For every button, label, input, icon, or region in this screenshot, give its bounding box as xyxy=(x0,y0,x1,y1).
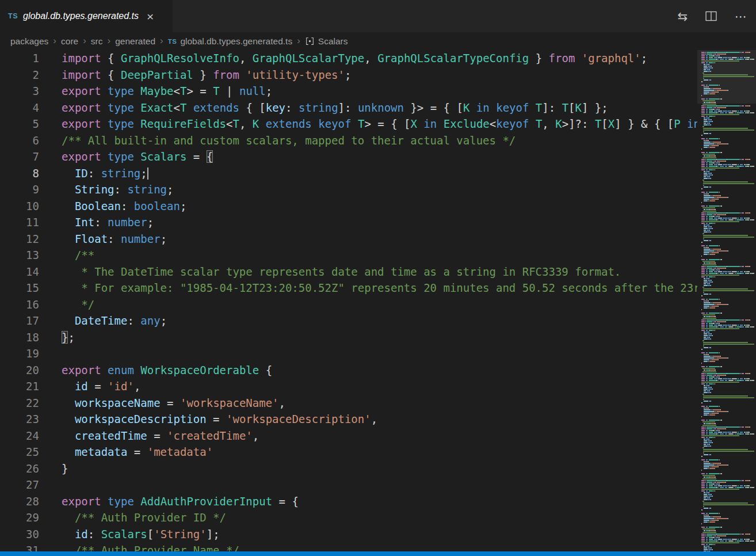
code-line-content: * For example: "1985-04-12T23:20:50.52Z"… xyxy=(39,280,707,296)
code-line-content: id = 'id', xyxy=(39,378,140,395)
code-line-content: String: string; xyxy=(39,181,174,198)
code-line-content: DateTime: any; xyxy=(39,313,167,329)
code-line[interactable]: 26} xyxy=(0,460,756,477)
code-line[interactable]: 9 String: string; xyxy=(0,181,756,198)
more-actions-icon[interactable]: ⋯ xyxy=(735,10,747,22)
code-line[interactable]: 17 DateTime: any; xyxy=(0,313,756,329)
line-number[interactable]: 3 xyxy=(0,83,39,100)
code-line[interactable]: 25 metadata = 'metadata' xyxy=(0,444,756,460)
code-line[interactable]: 27 xyxy=(0,477,756,493)
breadcrumb-separator: › xyxy=(108,35,111,47)
line-number[interactable]: 30 xyxy=(0,526,39,543)
code-line-content: Float: number; xyxy=(39,231,167,247)
code-line[interactable]: 19 xyxy=(0,345,756,362)
line-number[interactable]: 7 xyxy=(0,148,39,165)
code-line-content: metadata = 'metadata' xyxy=(39,444,213,460)
breadcrumb-item-src[interactable]: src xyxy=(91,36,103,47)
code-line[interactable]: 13 /** xyxy=(0,247,756,264)
line-number[interactable]: 24 xyxy=(0,428,39,444)
code-line[interactable]: 3export type Maybe<T> = T | null; xyxy=(0,83,756,100)
line-number[interactable]: 29 xyxy=(0,509,39,526)
code-line-content: workspaceDescription = 'workspaceDescrip… xyxy=(39,411,377,428)
line-number[interactable]: 13 xyxy=(0,247,39,264)
code-line-content: export type Scalars = { xyxy=(39,148,213,165)
line-number[interactable]: 9 xyxy=(0,181,39,198)
code-line[interactable]: 5export type RequireFields<T, K extends … xyxy=(0,116,756,132)
line-number[interactable]: 1 xyxy=(0,50,39,67)
code-line-content: ID: string; xyxy=(39,165,148,182)
code-line[interactable]: 6/** All built-in and custom scalars, ma… xyxy=(0,132,756,149)
breadcrumb-item-symbol[interactable]: Scalars xyxy=(305,36,348,47)
line-number[interactable]: 19 xyxy=(0,345,39,362)
code-line[interactable]: 21 id = 'id', xyxy=(0,378,756,395)
line-number[interactable]: 28 xyxy=(0,493,39,510)
code-line[interactable]: 18}; xyxy=(0,329,756,346)
code-line-content xyxy=(39,345,62,362)
line-number[interactable]: 14 xyxy=(0,264,39,280)
line-number[interactable]: 18 xyxy=(0,329,39,346)
code-line-content: } xyxy=(39,460,68,477)
line-number[interactable]: 12 xyxy=(0,231,39,247)
line-number[interactable]: 11 xyxy=(0,214,39,231)
code-line[interactable]: 4export type Exact<T extends { [key: str… xyxy=(0,100,756,116)
code-line-content: workspaceName = 'workspaceName', xyxy=(39,395,285,412)
code-line[interactable]: 12 Float: number; xyxy=(0,231,756,247)
code-line[interactable]: 15 * For example: "1985-04-12T23:20:50.5… xyxy=(0,280,756,296)
code-line[interactable]: 31 /** Auth Provider Name */ xyxy=(0,542,756,551)
code-line-content: Int: number; xyxy=(39,214,154,231)
breadcrumb-item-core[interactable]: core xyxy=(61,36,78,47)
line-number[interactable]: 21 xyxy=(0,378,39,395)
breadcrumb-item-file[interactable]: TS global.db.types.generated.ts xyxy=(168,36,292,47)
breadcrumb-item-generated[interactable]: generated xyxy=(115,36,155,47)
breadcrumb-file-label: global.db.types.generated.ts xyxy=(180,36,292,47)
code-line[interactable]: 20export enum WorkspaceOrderable { xyxy=(0,362,756,379)
symbol-type-icon xyxy=(305,36,315,46)
typescript-file-icon: TS xyxy=(8,12,18,20)
minimap[interactable] xyxy=(697,50,756,551)
tab-bar: TS global.db.types.generated.ts × ⇆ ⋯ xyxy=(0,0,756,32)
code-line[interactable]: 8 ID: string; xyxy=(0,165,756,182)
code-line[interactable]: 30 id: Scalars['String']; xyxy=(0,526,756,543)
code-line-content: import { DeepPartial } from 'utility-typ… xyxy=(39,67,351,83)
code-line[interactable]: 2import { DeepPartial } from 'utility-ty… xyxy=(0,67,756,83)
code-line-content xyxy=(39,477,62,493)
line-number[interactable]: 6 xyxy=(0,132,39,149)
code-line-content: /** Auth Provider ID */ xyxy=(39,509,226,526)
code-line[interactable]: 1import { GraphQLResolveInfo, GraphQLSca… xyxy=(0,50,756,67)
line-number[interactable]: 8 xyxy=(0,165,39,182)
split-editor-icon[interactable] xyxy=(705,10,717,22)
line-number[interactable]: 15 xyxy=(0,280,39,296)
line-number[interactable]: 25 xyxy=(0,444,39,460)
editor[interactable]: 1import { GraphQLResolveInfo, GraphQLSca… xyxy=(0,50,756,551)
open-changes-icon[interactable]: ⇆ xyxy=(677,10,688,22)
line-number[interactable]: 5 xyxy=(0,116,39,132)
code-line[interactable]: 29 /** Auth Provider ID */ xyxy=(0,509,756,526)
line-number[interactable]: 17 xyxy=(0,313,39,329)
code-line[interactable]: 22 workspaceName = 'workspaceName', xyxy=(0,395,756,412)
line-number[interactable]: 4 xyxy=(0,100,39,116)
line-number[interactable]: 2 xyxy=(0,67,39,83)
tab-close-icon[interactable]: × xyxy=(144,10,156,23)
tab-global-db-types[interactable]: TS global.db.types.generated.ts × xyxy=(0,0,173,32)
breadcrumb-separator: › xyxy=(160,35,163,47)
code-line[interactable]: 7export type Scalars = { xyxy=(0,148,756,165)
line-number[interactable]: 22 xyxy=(0,395,39,412)
code-line[interactable]: 23 workspaceDescription = 'workspaceDesc… xyxy=(0,411,756,428)
line-number[interactable]: 20 xyxy=(0,362,39,379)
code-line[interactable]: 11 Int: number; xyxy=(0,214,756,231)
code-area[interactable]: 1import { GraphQLResolveInfo, GraphQLSca… xyxy=(0,50,756,551)
editor-actions: ⇆ ⋯ xyxy=(677,0,747,32)
code-line[interactable]: 24 createdTime = 'createdTime', xyxy=(0,428,756,444)
code-line[interactable]: 28export type AddAuthProviderInput = { xyxy=(0,493,756,510)
breadcrumb-item-packages[interactable]: packages xyxy=(10,36,48,47)
line-number[interactable]: 10 xyxy=(0,198,39,215)
line-number[interactable]: 27 xyxy=(0,477,39,493)
line-number[interactable]: 26 xyxy=(0,460,39,477)
code-line[interactable]: 10 Boolean: boolean; xyxy=(0,198,756,215)
line-number[interactable]: 31 xyxy=(0,542,39,551)
breadcrumb: packages › core › src › generated › TS g… xyxy=(0,32,756,50)
line-number[interactable]: 16 xyxy=(0,296,39,313)
code-line[interactable]: 14 * The DateTime scalar type represents… xyxy=(0,264,756,280)
line-number[interactable]: 23 xyxy=(0,411,39,428)
code-line[interactable]: 16 */ xyxy=(0,296,756,313)
